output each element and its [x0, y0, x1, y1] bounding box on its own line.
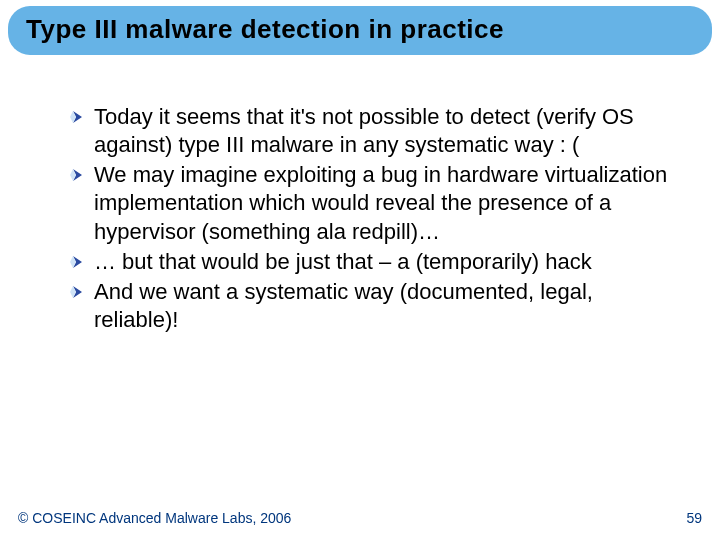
- slide-content: Today it seems that it's not possible to…: [0, 55, 720, 334]
- bullet-icon: [70, 256, 82, 268]
- slide-title-bar: Type III malware detection in practice: [8, 6, 712, 55]
- bullet-text: Today it seems that it's not possible to…: [94, 103, 680, 159]
- bullet-icon: [70, 111, 82, 123]
- list-item: … but that would be just that – a (tempo…: [70, 248, 680, 276]
- footer-copyright: © COSEINC Advanced Malware Labs, 2006: [18, 510, 291, 526]
- list-item: Today it seems that it's not possible to…: [70, 103, 680, 159]
- bullet-icon: [70, 169, 82, 181]
- slide-title: Type III malware detection in practice: [26, 14, 694, 45]
- footer-page-number: 59: [686, 510, 702, 526]
- bullet-text: And we want a systematic way (documented…: [94, 278, 680, 334]
- bullet-text: We may imagine exploiting a bug in hardw…: [94, 161, 680, 245]
- list-item: We may imagine exploiting a bug in hardw…: [70, 161, 680, 245]
- list-item: And we want a systematic way (documented…: [70, 278, 680, 334]
- bullet-icon: [70, 286, 82, 298]
- bullet-text: … but that would be just that – a (tempo…: [94, 248, 592, 276]
- slide-footer: © COSEINC Advanced Malware Labs, 2006 59: [0, 510, 720, 526]
